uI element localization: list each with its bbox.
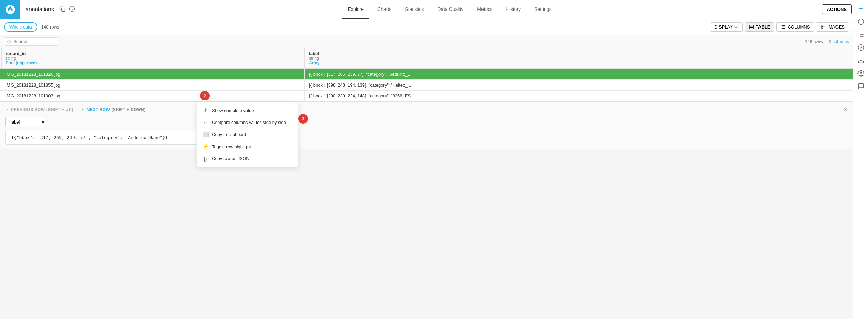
next-label: NEXT ROW [87, 107, 110, 112]
bottom-panel-header: PREVIOUS ROW (SHIFT + UP) NEXT ROW (SHIF… [5, 106, 848, 113]
images-label: IMAGES [827, 24, 845, 30]
images-view-button[interactable]: IMAGES [816, 22, 849, 32]
sidebar-chat-icon[interactable] [855, 80, 867, 92]
sidebar-download-icon[interactable] [855, 54, 867, 67]
row-navigation: PREVIOUS ROW (SHIFT + UP) NEXT ROW (SHIF… [5, 107, 146, 112]
cols-info: 2 columns [829, 39, 849, 44]
ctx-show-complete[interactable]: ☀ Show complete value [197, 104, 298, 116]
display-label: DISPLAY [714, 24, 733, 30]
cell-record-id: IMG_20181228_101826.jpg [2, 69, 305, 80]
row-count: 148 rows [41, 24, 59, 30]
flash-icon: ⚡ [202, 144, 209, 149]
right-sidebar [853, 0, 868, 149]
col-label-subtype: Array [309, 61, 849, 65]
svg-rect-3 [750, 25, 753, 29]
badge-2: 2 [200, 91, 210, 100]
svg-point-30 [860, 73, 862, 74]
sidebar-list-icon[interactable] [855, 29, 867, 41]
next-shortcut: (SHIFT + DOWN) [111, 107, 145, 112]
whole-data-button[interactable]: Whole data [4, 22, 37, 32]
sidebar-check-icon[interactable] [855, 41, 867, 54]
ctx-toggle-label: Toggle row highlight [212, 144, 251, 149]
prev-label: PREVIOUS ROW [11, 107, 45, 112]
main-nav: Explore Charts Statistics Data Quality M… [78, 0, 822, 19]
table-row[interactable]: IMG_20181228_101826.jpg [{"bbox": [317, … [0, 69, 853, 80]
columns-view-button[interactable]: COLUMNS [776, 22, 814, 32]
sun-icon: ☀ [202, 107, 209, 113]
col-record-id-type: string [6, 56, 300, 61]
main-content: 148 rows · 2 columns record_id string Da… [0, 35, 853, 149]
sidebar-plus-icon[interactable] [855, 3, 867, 15]
nav-metrics[interactable]: Metrics [472, 0, 498, 19]
svg-point-11 [822, 26, 823, 26]
app-icon-group [59, 6, 75, 13]
subbar: Whole data 148 rows DISPLAY TABLE COLUMN… [0, 19, 868, 35]
nav-charts[interactable]: Charts [372, 0, 397, 19]
context-menu: ☀ Show complete value ↔ Compare columns … [197, 102, 298, 149]
arrows-icon: ↔ [202, 119, 209, 125]
ctx-compare-columns[interactable]: ↔ Compare columns values side by side [197, 116, 298, 128]
close-button[interactable]: ✕ [843, 106, 848, 113]
table-row[interactable]: IMG_20181228_101855.jpg [{"bbox": [398, … [0, 80, 853, 91]
topbar: annotations Explore Charts Statistics Da… [0, 0, 868, 19]
field-dropdown-row: label record_id [5, 117, 848, 127]
display-button[interactable]: DISPLAY [710, 22, 743, 32]
search-icon [7, 39, 11, 44]
data-table-wrap: record_id string Date (unparsed) label s… [0, 48, 853, 101]
nav-settings[interactable]: Settings [529, 0, 557, 19]
search-bar-row: 148 rows · 2 columns [0, 35, 853, 48]
ctx-show-complete-label: Show complete value [212, 108, 254, 113]
app-name: annotations [20, 6, 59, 13]
table-row[interactable]: IMG_20181228_101903.jpg [{"bbox": [290, … [0, 91, 853, 101]
nav-explore[interactable]: Explore [342, 0, 369, 19]
cell-label: [{"bbox": [317, 265, 239, 77], "category… [305, 69, 853, 80]
col-record-id[interactable]: record_id string Date (unparsed) [2, 48, 305, 69]
nav-history[interactable]: History [500, 0, 526, 19]
app-logo[interactable] [0, 0, 20, 19]
prev-shortcut: (SHIFT + UP) [46, 107, 73, 112]
svg-rect-1 [61, 8, 65, 12]
cell-record-id: IMG_20181228_101903.jpg [2, 91, 305, 101]
cell-record-id: IMG_20181228_101855.jpg [2, 80, 305, 91]
cell-label: [{"bbox": [290, 239, 224, 148], "categor… [305, 91, 853, 101]
subbar-right: DISPLAY TABLE COLUMNS IMAGES [710, 22, 864, 32]
col-label[interactable]: label string Array [305, 48, 853, 69]
nav-data-quality[interactable]: Data Quality [432, 0, 469, 19]
rows-cols-info: 148 rows · 2 columns [805, 39, 849, 44]
search-input-wrap[interactable] [4, 37, 58, 46]
copy-icon[interactable] [59, 6, 65, 13]
data-table: record_id string Date (unparsed) label s… [0, 48, 853, 101]
clipboard-icon: ⬜ [202, 131, 209, 137]
clock-icon[interactable] [69, 6, 75, 13]
prev-row-button[interactable]: PREVIOUS ROW (SHIFT + UP) [5, 107, 73, 112]
col-label-name: label [309, 51, 849, 56]
svg-point-15 [8, 40, 11, 43]
search-input[interactable] [13, 39, 55, 44]
col-record-id-subtype: Date (unparsed) [6, 61, 300, 65]
field-dropdown[interactable]: label record_id [5, 117, 46, 127]
next-row-button[interactable]: NEXT ROW (SHIFT + DOWN) [81, 107, 146, 112]
nav-statistics[interactable]: Statistics [399, 0, 429, 19]
rows-info: 148 rows [805, 39, 823, 44]
ctx-compare-label: Compare columns values side by side [212, 120, 286, 125]
sidebar-gear-icon[interactable] [855, 67, 867, 79]
col-record-id-name: record_id [6, 51, 300, 56]
table-label: TABLE [756, 24, 770, 30]
col-label-type: string [309, 56, 849, 61]
actions-button[interactable]: ACTIONS [822, 4, 852, 14]
ctx-copy-clipboard[interactable]: ⬜ Copy to clipboard [197, 128, 298, 140]
badge-3: 3 [298, 114, 308, 124]
ctx-copy-label: Copy to clipboard [212, 132, 246, 137]
sidebar-info-icon[interactable] [855, 16, 867, 28]
svg-line-16 [10, 42, 11, 43]
cell-label: [{"bbox": [398, 243, 194, 139], "categor… [305, 80, 853, 91]
ctx-toggle-highlight[interactable]: ⚡ Toggle row highlight [197, 140, 298, 149]
table-view-button[interactable]: TABLE [745, 22, 774, 32]
columns-label: COLUMNS [788, 24, 810, 30]
bottom-panel: PREVIOUS ROW (SHIFT + UP) NEXT ROW (SHIF… [0, 101, 853, 149]
